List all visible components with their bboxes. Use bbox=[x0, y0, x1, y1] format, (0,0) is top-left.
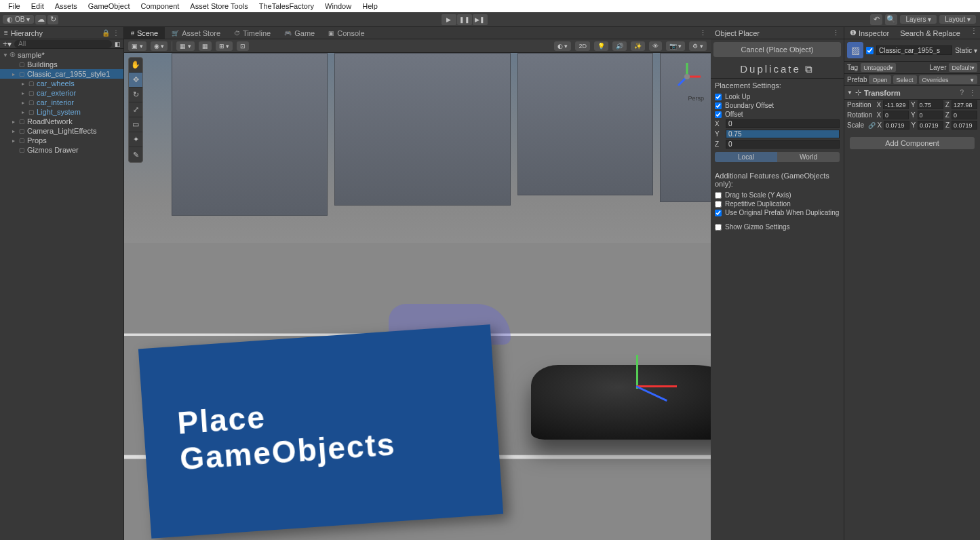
pause-button[interactable]: ❚❚ bbox=[457, 14, 472, 25]
move-tool[interactable]: ✥ bbox=[129, 73, 142, 88]
audio-icon[interactable]: 🔊 bbox=[612, 41, 627, 51]
fx-icon[interactable]: ✨ bbox=[631, 41, 645, 51]
add-component-button[interactable]: Add Component bbox=[850, 137, 975, 149]
gizmo-y-axis[interactable] bbox=[636, 355, 638, 389]
inspector-tab[interactable]: ❶ Inspector bbox=[844, 27, 895, 39]
menu-assets[interactable]: Assets bbox=[50, 2, 83, 10]
grid2[interactable]: ▦ bbox=[199, 41, 212, 51]
lookup-checkbox[interactable]: Look Up bbox=[711, 92, 844, 101]
snap2[interactable]: ⊡ bbox=[237, 41, 249, 51]
lock-icon[interactable]: 🔒 bbox=[102, 29, 110, 37]
pos-z[interactable] bbox=[952, 100, 977, 109]
tab-asset-store[interactable]: 🛒Asset Store bbox=[165, 27, 227, 39]
scene-root[interactable]: ▼⦿sample* bbox=[0, 50, 123, 60]
snap[interactable]: ⊞ ▾ bbox=[216, 41, 233, 51]
menu-thetalesfactory[interactable]: TheTalesFactory bbox=[254, 2, 319, 10]
pos-y[interactable] bbox=[918, 100, 943, 109]
gizmo-x-axis[interactable] bbox=[636, 385, 677, 387]
layers-dropdown[interactable]: Layers ▾ bbox=[900, 15, 937, 24]
rot-z[interactable] bbox=[952, 111, 977, 119]
account-button[interactable]: ◐ OB ▾ bbox=[3, 15, 34, 24]
grid1[interactable]: ▦ ▾ bbox=[176, 41, 195, 51]
hand-tool[interactable]: ✋ bbox=[129, 58, 142, 73]
hierarchy-item-car-exterior[interactable]: ▸▢car_exterior bbox=[0, 88, 123, 98]
layout-dropdown[interactable]: Layout ▾ bbox=[939, 15, 976, 24]
static-toggle[interactable]: Static ▾ bbox=[955, 47, 977, 54]
hierarchy-item-buildings[interactable]: ▢Buildings bbox=[0, 60, 123, 69]
scale-y[interactable] bbox=[918, 121, 943, 130]
prefab-select[interactable]: Select bbox=[893, 75, 917, 84]
scene-viewport[interactable]: ✋ ✥ ↻ ⤢ ▭ ✦ ✎ Persp Place GameObjects bbox=[124, 53, 711, 540]
search-icon[interactable]: 🔍 bbox=[885, 14, 897, 25]
hierarchy-item-car-wheels[interactable]: ▸▢car_wheels bbox=[0, 79, 123, 88]
hierarchy-search[interactable] bbox=[14, 40, 112, 48]
component-menu[interactable]: ⋮ bbox=[968, 89, 977, 96]
camera-icon[interactable]: 📷 ▾ bbox=[666, 41, 686, 51]
skybox[interactable]: ◐ ▾ bbox=[554, 41, 572, 51]
scale-link-icon[interactable]: 🔗 bbox=[868, 122, 876, 129]
pos-x[interactable] bbox=[883, 100, 909, 109]
duplicate-button[interactable]: Duplicate⧉ bbox=[711, 60, 844, 79]
scale-tool[interactable]: ⤢ bbox=[129, 102, 142, 117]
shading[interactable]: ◉ ▾ bbox=[151, 41, 168, 51]
play-button[interactable]: ▶ bbox=[442, 14, 456, 25]
placer-menu[interactable]: ⋮ bbox=[832, 28, 840, 37]
add-icon[interactable]: +▾ bbox=[3, 39, 12, 49]
hierarchy-item-props[interactable]: ▸▢Props bbox=[0, 136, 123, 145]
menu-window[interactable]: Window bbox=[319, 2, 357, 10]
hierarchy-item-light-system[interactable]: ▸▢Light_system bbox=[0, 107, 123, 117]
menu-icon[interactable]: ⋮ bbox=[113, 29, 119, 37]
tab-timeline[interactable]: ⏱Timeline bbox=[227, 27, 277, 39]
hierarchy-item-gizmos-drawer[interactable]: ▢Gizmos Drawer bbox=[0, 145, 123, 155]
menu-file[interactable]: File bbox=[3, 2, 26, 10]
draw-mode[interactable]: ▣ ▾ bbox=[128, 41, 146, 51]
rect-tool[interactable]: ▭ bbox=[129, 117, 142, 132]
car-object[interactable] bbox=[531, 365, 711, 440]
transform-tool[interactable]: ✦ bbox=[129, 132, 142, 147]
tab-scene[interactable]: #Scene bbox=[124, 27, 165, 39]
undo-icon[interactable]: ↶ bbox=[870, 14, 882, 25]
layer-dropdown[interactable]: Default ▾ bbox=[949, 63, 977, 72]
transform-foldout[interactable]: ▼ bbox=[847, 90, 852, 96]
hierarchy-item-camera-lighteffects[interactable]: ▸▢Camera_LightEffects bbox=[0, 126, 123, 136]
object-name-field[interactable]: Classic_car_1955_s bbox=[876, 45, 952, 55]
step-button[interactable]: ▶❚ bbox=[473, 14, 488, 25]
hierarchy-item-car-interior[interactable]: ▸▢car_interior bbox=[0, 98, 123, 107]
orientation-gizmo[interactable]: Persp bbox=[670, 60, 704, 94]
offset-y[interactable] bbox=[726, 130, 840, 138]
tab-console[interactable]: ▣Console bbox=[321, 27, 371, 39]
help-icon[interactable]: ? bbox=[958, 89, 965, 96]
hidden-icon[interactable]: 👁 bbox=[649, 41, 662, 51]
history-icon[interactable]: ↻ bbox=[47, 15, 58, 24]
filter-icon[interactable]: ◧ bbox=[115, 41, 121, 47]
menu-gameobject[interactable]: GameObject bbox=[83, 2, 136, 10]
offset-x[interactable] bbox=[726, 119, 840, 128]
search-replace-tab[interactable]: Search & Replace bbox=[895, 27, 966, 39]
tag-dropdown[interactable]: Untagged ▾ bbox=[861, 63, 896, 72]
menu-edit[interactable]: Edit bbox=[26, 2, 50, 10]
menu-help[interactable]: Help bbox=[357, 2, 383, 10]
gizmo-settings-checkbox[interactable]: Show Gizmo Settings bbox=[711, 223, 844, 231]
prefab-open[interactable]: Open bbox=[869, 75, 890, 84]
hierarchy-item-classic-car-1955-style1[interactable]: ▸▢Classic_car_1955_style1 bbox=[0, 69, 123, 79]
light-icon[interactable]: 💡 bbox=[594, 41, 608, 51]
tabs-menu[interactable]: ⋮ bbox=[695, 28, 711, 37]
mode-2d[interactable]: 2D bbox=[575, 41, 590, 51]
space-toggle[interactable]: LocalWorld bbox=[715, 152, 840, 162]
menu-component[interactable]: Component bbox=[135, 2, 184, 10]
offset-checkbox[interactable]: Offset bbox=[711, 110, 844, 119]
hierarchy-item-roadnetwork[interactable]: ▸▢RoadNetwork bbox=[0, 117, 123, 126]
menu-asset-store-tools[interactable]: Asset Store Tools bbox=[184, 2, 253, 10]
custom-tool[interactable]: ✎ bbox=[129, 147, 142, 162]
rot-x[interactable] bbox=[883, 111, 909, 119]
inspector-menu[interactable]: ⋮ bbox=[968, 27, 980, 39]
rotate-tool[interactable]: ↻ bbox=[129, 88, 142, 102]
scale-x[interactable] bbox=[884, 121, 909, 130]
scale-z[interactable] bbox=[952, 121, 977, 130]
repetitive-checkbox[interactable]: Repetitive Duplication bbox=[711, 199, 844, 208]
cloud-icon[interactable]: ☁ bbox=[35, 15, 46, 24]
original-prefab-checkbox[interactable]: Use Original Prefab When Duplicating bbox=[711, 208, 844, 217]
drag-scale-checkbox[interactable]: Drag to Scale (Y Axis) bbox=[711, 191, 844, 199]
tab-game[interactable]: 🎮Game bbox=[277, 27, 321, 39]
cancel-button[interactable]: Cancel (Place Object) bbox=[713, 42, 841, 57]
